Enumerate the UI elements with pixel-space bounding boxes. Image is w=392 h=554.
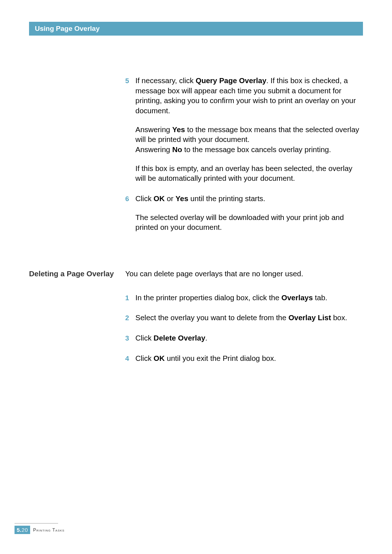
step-paragraph: Select the overlay you want to delete fr… <box>135 313 363 323</box>
step-number: 2 <box>125 313 135 323</box>
page-number-badge: 5.20 <box>15 526 30 534</box>
step-body: In the printer properties dialog box, cl… <box>135 293 363 303</box>
section-deleting-overlay: Deleting a Page Overlay You can delete p… <box>29 269 363 363</box>
step-number: 3 <box>125 333 135 343</box>
step-3: 3 Click Delete Overlay. <box>125 333 363 343</box>
section-header-bar: Using Page Overlay <box>29 22 363 36</box>
step-paragraph: Answering Yes to the message box means t… <box>135 125 363 155</box>
section-using-overlay-cont: 5 If necessary, click Query Page Overlay… <box>29 76 363 232</box>
document-page: Using Page Overlay 5 If necessary, click… <box>0 0 392 554</box>
step-paragraph: Click OK until you exit the Print dialog… <box>135 353 363 363</box>
step-paragraph: In the printer properties dialog box, cl… <box>135 293 363 303</box>
step-body: Click OK until you exit the Print dialog… <box>135 353 363 363</box>
step-number: 5 <box>125 76 135 86</box>
step-5: 5 If necessary, click Query Page Overlay… <box>125 76 363 183</box>
footer-rule <box>15 523 58 524</box>
step-paragraph: If necessary, click Query Page Overlay. … <box>135 76 363 116</box>
margin-heading-deleting: Deleting a Page Overlay <box>29 269 125 279</box>
page-footer: 5.20 Printing Tasks <box>15 526 65 534</box>
main-column-2: You can delete page overlays that are no… <box>125 269 363 363</box>
chapter-number: 5. <box>17 527 22 533</box>
section-header-text: Using Page Overlay <box>35 25 99 32</box>
step-paragraph: Click Delete Overlay. <box>135 333 363 343</box>
step-body: Click OK or Yes until the printing start… <box>135 194 363 232</box>
margin-heading-text: Deleting a Page Overlay <box>29 269 114 278</box>
step-paragraph: If this box is empty, and an overlay has… <box>135 163 363 183</box>
step-body: Select the overlay you want to delete fr… <box>135 313 363 323</box>
intro-paragraph: You can delete page overlays that are no… <box>125 269 363 279</box>
step-body: If necessary, click Query Page Overlay. … <box>135 76 363 183</box>
step-number: 6 <box>125 194 135 204</box>
step-body: Click Delete Overlay. <box>135 333 363 343</box>
step-1: 1 In the printer properties dialog box, … <box>125 293 363 303</box>
step-paragraph: Click OK or Yes until the printing start… <box>135 194 363 204</box>
main-column-1: 5 If necessary, click Query Page Overlay… <box>125 76 363 232</box>
step-2: 2 Select the overlay you want to delete … <box>125 313 363 323</box>
footer-section-label: Printing Tasks <box>33 527 65 533</box>
step-6: 6 Click OK or Yes until the printing sta… <box>125 194 363 232</box>
page-number: 20 <box>22 527 28 533</box>
step-paragraph: The selected overlay will be downloaded … <box>135 212 363 232</box>
step-number: 4 <box>125 353 135 363</box>
step-4: 4 Click OK until you exit the Print dial… <box>125 353 363 363</box>
step-number: 1 <box>125 293 135 303</box>
